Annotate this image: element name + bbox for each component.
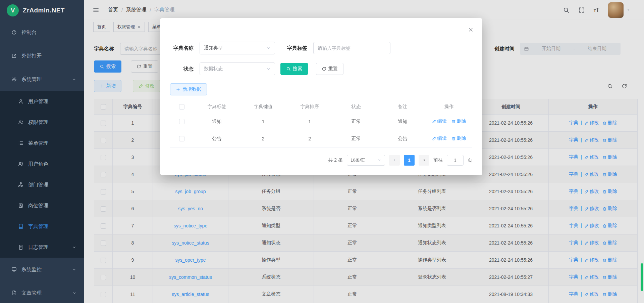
chevron-down-icon xyxy=(377,158,381,162)
remark-cell: 通知 xyxy=(379,113,426,130)
ops-cell: 编辑删除 xyxy=(426,130,473,147)
refresh-icon xyxy=(322,67,326,71)
select-all-checkbox[interactable] xyxy=(179,104,184,110)
dict-data-dialog: 字典名称 通知类型 字典标签 状态 数据状态 搜索 重置 新增数据 xyxy=(160,18,482,175)
chevron-right-icon xyxy=(422,158,426,162)
dialog-dict-tag-input[interactable] xyxy=(313,42,390,54)
ops-cell: 编辑删除 xyxy=(426,113,473,130)
col-status: 状态 xyxy=(333,101,380,113)
table-row: 通知 1 1 正常 通知 编辑删除 xyxy=(170,113,472,130)
page-scrollbar-thumb[interactable] xyxy=(641,263,643,291)
dialog-add-data-button[interactable]: 新增数据 xyxy=(170,83,207,95)
dialog-close-button[interactable] xyxy=(468,27,474,33)
dict-data-table: 字典标签 字典键值 字典排序 状态 备注 操作 通知 1 1 正常 通知 编辑删… xyxy=(170,101,472,147)
pagination: 共 2 条 10条/页 1 前往 页 xyxy=(170,155,472,166)
next-page-button[interactable] xyxy=(419,155,429,166)
dialog-status-select[interactable]: 数据状态 xyxy=(200,62,275,75)
edit-link[interactable]: 编辑 xyxy=(432,135,447,141)
dialog-dict-tag-label: 字典标签 xyxy=(284,45,307,51)
goto-page-input[interactable] xyxy=(447,155,464,166)
dict-value-cell: 1 xyxy=(240,113,287,130)
delete-link[interactable]: 删除 xyxy=(451,135,466,141)
plus-icon xyxy=(176,87,180,92)
close-icon xyxy=(468,27,474,33)
chevron-down-icon xyxy=(266,46,271,50)
search-icon xyxy=(286,67,291,71)
goto-label: 前往 xyxy=(433,157,443,163)
row-checkbox[interactable] xyxy=(179,119,184,124)
row-checkbox[interactable] xyxy=(179,136,184,141)
trash-icon xyxy=(451,119,456,124)
dict-tag-cell: 公告 xyxy=(194,130,240,147)
table-header-row: 字典标签 字典键值 字典排序 状态 备注 操作 xyxy=(170,101,472,113)
edit-link[interactable]: 编辑 xyxy=(432,118,447,124)
goto-suffix: 页 xyxy=(468,157,472,163)
dialog-dict-name-select[interactable]: 通知类型 xyxy=(200,42,275,54)
dialog-form-row: 字典名称 通知类型 字典标签 xyxy=(170,42,472,54)
edit-icon xyxy=(432,119,436,124)
dialog-search-label: 搜索 xyxy=(293,66,302,72)
dialog-form-actions: 搜索 重置 xyxy=(280,63,343,75)
col-dict-tag: 字典标签 xyxy=(194,101,240,113)
dict-tag-cell: 通知 xyxy=(194,113,240,130)
chevron-left-icon xyxy=(392,158,397,162)
dialog-reset-button[interactable]: 重置 xyxy=(316,63,343,75)
current-page-button[interactable]: 1 xyxy=(404,155,415,166)
remark-cell: 公告 xyxy=(379,130,426,147)
dialog-search-button[interactable]: 搜索 xyxy=(280,63,308,75)
dialog-dict-name-value: 通知类型 xyxy=(204,45,223,51)
col-remark: 备注 xyxy=(379,101,426,113)
dialog-dict-name-label: 字典名称 xyxy=(170,45,194,51)
status-cell: 正常 xyxy=(333,130,380,147)
chevron-down-icon xyxy=(266,67,271,71)
table-row: 公告 2 2 正常 公告 编辑删除 xyxy=(170,130,472,147)
dict-sort-cell: 2 xyxy=(286,130,333,147)
dialog-reset-label: 重置 xyxy=(328,66,338,72)
dialog-status-label: 状态 xyxy=(170,66,194,72)
trash-icon xyxy=(451,136,456,141)
page-size-value: 10条/页 xyxy=(351,157,365,163)
dialog-status-placeholder: 数据状态 xyxy=(204,66,223,72)
status-cell: 正常 xyxy=(333,113,380,130)
col-dict-value: 字典键值 xyxy=(240,101,287,113)
col-dict-sort: 字典排序 xyxy=(286,101,333,113)
dict-value-cell: 2 xyxy=(240,130,287,147)
edit-icon xyxy=(432,136,436,141)
dict-sort-cell: 1 xyxy=(286,113,333,130)
pagination-total: 共 2 条 xyxy=(328,157,343,163)
col-ops: 操作 xyxy=(426,101,473,113)
dialog-form-row: 状态 数据状态 搜索 重置 xyxy=(170,62,472,75)
prev-page-button[interactable] xyxy=(389,155,400,166)
page-size-select[interactable]: 10条/页 xyxy=(347,155,385,166)
delete-link[interactable]: 删除 xyxy=(451,118,466,124)
dialog-add-data-label: 新增数据 xyxy=(182,86,201,92)
